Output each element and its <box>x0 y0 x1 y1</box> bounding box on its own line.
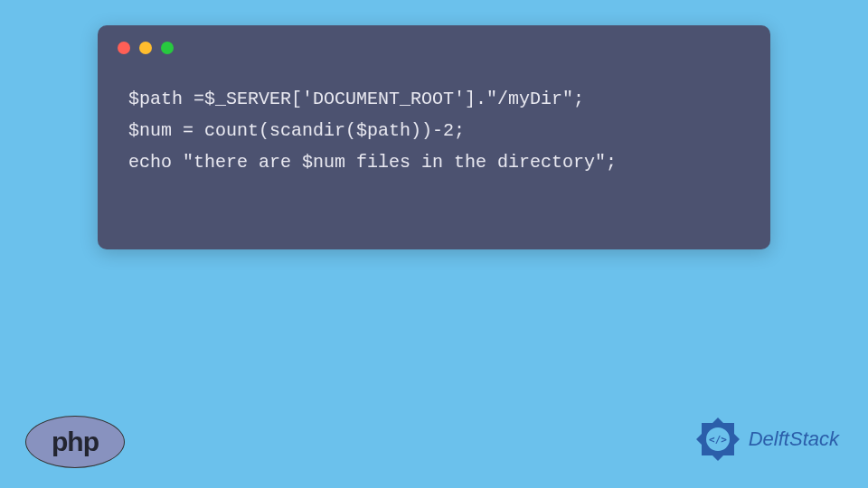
code-content: $path =$_SERVER['DOCUMENT_ROOT']."/myDir… <box>98 54 770 178</box>
delftstack-text: DelftStack <box>749 427 839 451</box>
code-line: $path =$_SERVER['DOCUMENT_ROOT']."/myDir… <box>128 83 740 115</box>
code-line: echo "there are $num files in the direct… <box>128 146 740 178</box>
svg-text:</>: </> <box>709 434 727 446</box>
minimize-icon <box>139 42 152 54</box>
maximize-icon <box>161 42 174 54</box>
close-icon <box>118 42 130 54</box>
code-line: $num = count(scandir($path))-2; <box>128 115 740 146</box>
delftstack-icon: </> <box>693 414 743 465</box>
code-window: $path =$_SERVER['DOCUMENT_ROOT']."/myDir… <box>98 25 770 249</box>
php-logo: php <box>25 416 125 468</box>
php-logo-text: php <box>52 427 99 457</box>
delftstack-logo: </> DelftStack <box>693 414 839 465</box>
window-controls <box>98 25 770 54</box>
